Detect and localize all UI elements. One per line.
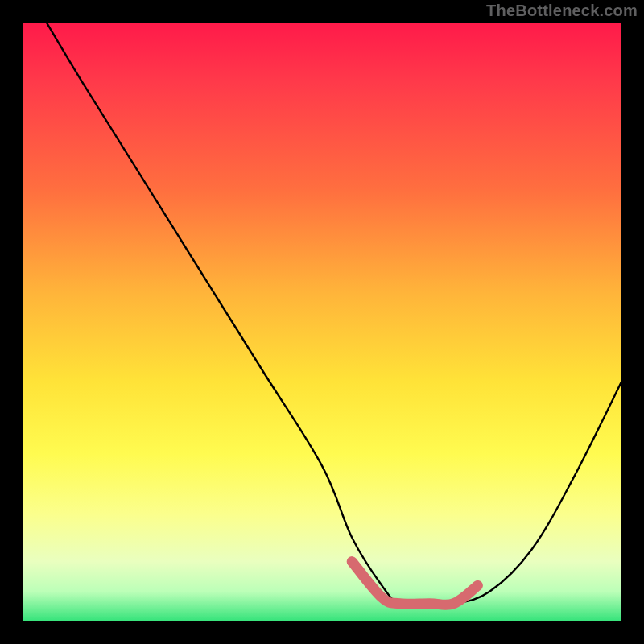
chart-frame: TheBottleneck.com [0, 0, 644, 644]
bottleneck-curve [47, 23, 621, 605]
chart-plot-area [23, 23, 621, 621]
watermark-text: TheBottleneck.com [486, 2, 638, 20]
chart-svg [23, 23, 621, 621]
